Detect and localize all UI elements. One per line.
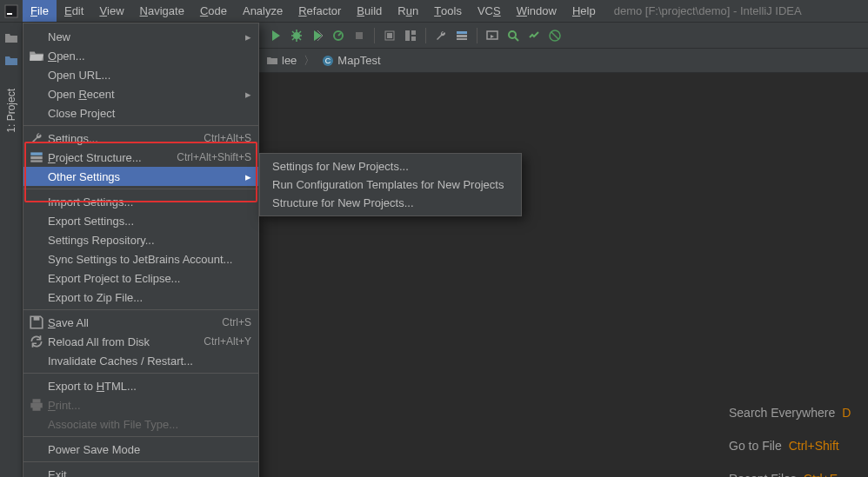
menu-item-export-to-zip-file[interactable]: Export to Zip File...	[23, 288, 258, 307]
blank-icon	[29, 417, 44, 431]
menu-code[interactable]: Code	[192, 0, 235, 22]
reload-icon	[29, 335, 44, 348]
submenu-item-run-configuration-templates-for-new-projects[interactable]: Run Configuration Templates for New Proj…	[260, 176, 521, 194]
menu-item-label: Reload All from Disk	[44, 335, 204, 348]
menu-item-other-settings[interactable]: Other Settings▸	[23, 167, 258, 186]
menu-shortcut: Ctrl+Alt+S	[204, 132, 251, 144]
class-icon: C	[322, 55, 334, 67]
profile-button[interactable]	[329, 26, 348, 45]
print-icon	[29, 398, 44, 412]
menu-item-label: Settings Repository...	[44, 234, 251, 247]
breadcrumb-maptest[interactable]: CMapTest	[317, 54, 385, 67]
tip-row: Search EverywhereD	[729, 396, 868, 429]
menu-item-exit[interactable]: Exit	[23, 465, 258, 477]
menu-item-label: Exit	[44, 468, 251, 478]
menu-item-label: Export Project to Eclipse...	[44, 272, 251, 285]
menu-item-label: Close Project	[44, 107, 251, 120]
blank-icon	[29, 442, 44, 456]
svg-text:C: C	[325, 56, 331, 65]
submenu-arrow-icon: ▸	[243, 170, 251, 183]
svg-rect-9	[411, 36, 416, 41]
blank-icon	[29, 252, 44, 266]
menu-item-label: Open Recent	[44, 88, 243, 101]
presentation-button[interactable]	[483, 26, 502, 45]
menu-vcs[interactable]: VCS	[470, 0, 509, 22]
search-button[interactable]	[504, 26, 523, 45]
menu-build[interactable]: Build	[349, 0, 390, 22]
project-toolwindow-label[interactable]: 1: Project	[5, 89, 17, 133]
menu-item-invalidate-caches-restart[interactable]: Invalidate Caches / Restart...	[23, 351, 258, 370]
blank-icon	[29, 169, 44, 183]
menu-item-label: New	[44, 30, 243, 43]
svg-rect-4	[356, 32, 363, 39]
svg-rect-0	[5, 5, 17, 17]
blank-icon	[29, 354, 44, 368]
blank-icon	[29, 214, 44, 228]
tip-shortcut: Ctrl+Shift	[789, 429, 839, 462]
blank-icon	[29, 233, 44, 247]
menu-item-reload-all-from-disk[interactable]: Reload All from DiskCtrl+Alt+Y	[23, 332, 258, 351]
menu-item-label: Associate with File Type...	[44, 418, 251, 431]
menu-item-associate-with-file-type: Associate with File Type...	[23, 414, 258, 434]
toolbar-separator	[477, 28, 477, 43]
folder-icon[interactable]	[4, 54, 18, 68]
inspect-button[interactable]	[524, 26, 544, 45]
run-button[interactable]	[266, 26, 285, 45]
menu-separator	[23, 373, 258, 374]
submenu-item-settings-for-new-projects[interactable]: Settings for New Projects...	[260, 157, 521, 176]
menu-item-export-to-html[interactable]: Export to HTML...	[23, 376, 258, 395]
tip-shortcut: D	[842, 396, 851, 429]
menu-item-open[interactable]: Open...	[23, 46, 258, 65]
menu-separator	[23, 461, 258, 462]
breadcrumb-label: lee	[282, 54, 297, 67]
svg-rect-19	[30, 156, 43, 159]
no-warnings-button[interactable]	[545, 26, 564, 45]
svg-rect-12	[457, 38, 467, 40]
stop-button[interactable]	[350, 26, 369, 45]
menu-navigate[interactable]: Navigate	[132, 0, 192, 22]
blank-icon	[29, 106, 44, 120]
folder-icon[interactable]	[4, 31, 18, 45]
menu-item-sync-settings-to-jetbrains-account[interactable]: Sync Settings to JetBrains Account...	[23, 249, 258, 268]
submenu-item-structure-for-new-projects[interactable]: Structure for New Projects...	[260, 194, 521, 212]
debug-button[interactable]	[287, 26, 306, 45]
attach-button[interactable]	[380, 26, 399, 45]
breadcrumb-lee[interactable]: lee	[261, 54, 302, 67]
other-settings-submenu: Settings for New Projects...Run Configur…	[259, 153, 522, 216]
menu-item-open-recent[interactable]: Open Recent▸	[23, 84, 258, 103]
menu-refactor[interactable]: Refactor	[290, 0, 349, 22]
menu-analyze[interactable]: Analyze	[235, 0, 290, 22]
svg-rect-1	[7, 13, 12, 15]
menu-view[interactable]: View	[91, 0, 131, 22]
menu-item-close-project[interactable]: Close Project	[23, 103, 258, 123]
project-structure-button[interactable]	[452, 26, 471, 45]
blank-icon	[29, 87, 44, 101]
menu-item-label: Sync Settings to JetBrains Account...	[44, 253, 251, 266]
svg-rect-13	[487, 31, 497, 39]
menu-item-export-project-to-eclipse[interactable]: Export Project to Eclipse...	[23, 268, 258, 288]
menu-item-label: Settings...	[44, 132, 204, 145]
menu-item-label: Export to Zip File...	[44, 291, 251, 304]
menubar: FileEditViewNavigateCodeAnalyzeRefactorB…	[0, 0, 868, 23]
menu-file[interactable]: File	[23, 0, 57, 22]
menu-item-power-save-mode[interactable]: Power Save Mode	[23, 440, 258, 459]
menu-edit[interactable]: Edit	[57, 0, 91, 22]
menu-tools[interactable]: Tools	[426, 0, 470, 22]
menu-window[interactable]: Window	[509, 0, 564, 22]
menu-item-open-url[interactable]: Open URL...	[23, 65, 258, 84]
menu-item-new[interactable]: New▸	[23, 27, 258, 46]
wrench-button[interactable]	[431, 26, 451, 45]
layout-button[interactable]	[401, 26, 420, 45]
coverage-button[interactable]	[308, 26, 327, 45]
menu-item-export-settings[interactable]: Export Settings...	[23, 211, 258, 230]
menu-help[interactable]: Help	[564, 0, 604, 22]
menu-item-save-all[interactable]: Save AllCtrl+S	[23, 313, 258, 332]
file-menu-dropdown: New▸Open...Open URL...Open Recent▸Close …	[23, 23, 259, 477]
menu-item-label: Print...	[44, 399, 251, 412]
menu-item-import-settings[interactable]: Import Settings...	[23, 192, 258, 211]
menu-item-project-structure[interactable]: Project Structure...Ctrl+Alt+Shift+S	[23, 148, 258, 167]
menu-item-settings-repository[interactable]: Settings Repository...	[23, 230, 258, 249]
menu-run[interactable]: Run	[390, 0, 426, 22]
blank-icon	[29, 379, 44, 393]
menu-item-settings[interactable]: Settings...Ctrl+Alt+S	[23, 129, 258, 148]
